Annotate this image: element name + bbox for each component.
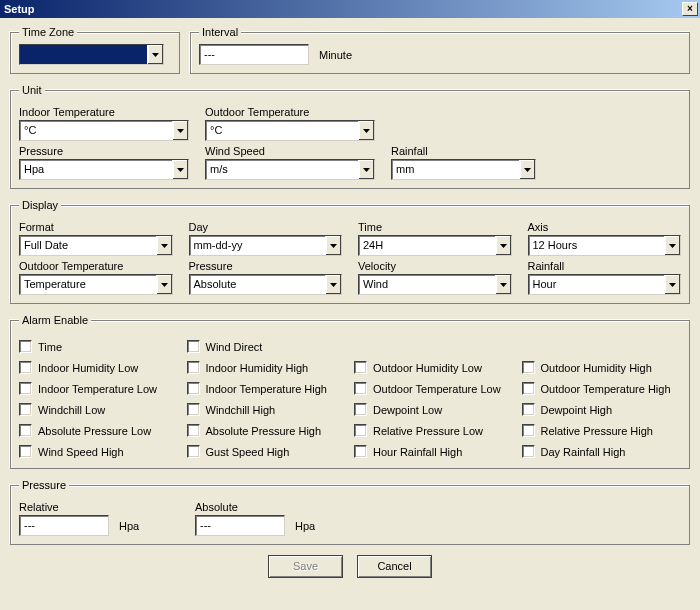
window-title: Setup xyxy=(4,3,682,15)
chevron-down-icon xyxy=(172,121,188,140)
alarm-checkbox[interactable]: Indoor Humidity Low xyxy=(19,361,179,374)
alarm-checkbox[interactable]: Time xyxy=(19,340,179,353)
pressure-legend: Pressure xyxy=(19,479,69,491)
checkbox-icon xyxy=(354,424,367,437)
checkbox-icon xyxy=(19,403,32,416)
checkbox-icon xyxy=(522,361,535,374)
pressure-absolute-input[interactable]: --- xyxy=(195,515,285,536)
timezone-group: Time Zone xyxy=(10,26,180,74)
display-pressure-select[interactable]: Absolute xyxy=(189,274,343,295)
alarm-checkbox[interactable]: Windchill Low xyxy=(19,403,179,416)
display-pressure-label: Pressure xyxy=(189,260,343,272)
alarm-label: Dewpoint High xyxy=(541,404,613,416)
alarm-group: Alarm Enable TimeWind DirectIndoor Humid… xyxy=(10,314,690,469)
alarm-label: Windchill High xyxy=(206,404,276,416)
unit-group: Unit Indoor Temperature °C Outdoor Tempe… xyxy=(10,84,690,189)
display-rainfall-select[interactable]: Hour xyxy=(528,274,682,295)
chevron-down-icon xyxy=(664,275,680,294)
display-axis-label: Axis xyxy=(528,221,682,233)
chevron-down-icon xyxy=(495,236,511,255)
checkbox-icon xyxy=(354,403,367,416)
timezone-legend: Time Zone xyxy=(19,26,77,38)
alarm-label: Dewpoint Low xyxy=(373,404,442,416)
alarm-checkbox[interactable]: Outdoor Humidity High xyxy=(522,361,682,374)
alarm-checkbox[interactable]: Dewpoint Low xyxy=(354,403,514,416)
display-time-label: Time xyxy=(358,221,512,233)
alarm-checkbox[interactable]: Relative Pressure High xyxy=(522,424,682,437)
alarm-checkbox[interactable]: Outdoor Humidity Low xyxy=(354,361,514,374)
alarm-checkbox[interactable]: Windchill High xyxy=(187,403,347,416)
display-outdoor-temp-select[interactable]: Temperature xyxy=(19,274,173,295)
alarm-checkbox[interactable]: Outdoor Temperature Low xyxy=(354,382,514,395)
unit-pressure-label: Pressure xyxy=(19,145,189,157)
checkbox-icon xyxy=(522,382,535,395)
pressure-relative-input[interactable]: --- xyxy=(19,515,109,536)
alarm-checkbox[interactable]: Day Rainfall High xyxy=(522,445,682,458)
title-bar: Setup × xyxy=(0,0,700,18)
unit-indoor-temp-select[interactable]: °C xyxy=(19,120,189,141)
display-axis-select[interactable]: 12 Hours xyxy=(528,235,682,256)
alarm-checkbox[interactable]: Indoor Temperature Low xyxy=(19,382,179,395)
alarm-checkbox[interactable]: Indoor Humidity High xyxy=(187,361,347,374)
alarm-checkbox[interactable]: Wind Speed High xyxy=(19,445,179,458)
alarm-checkbox[interactable]: Gust Speed High xyxy=(187,445,347,458)
alarm-legend: Alarm Enable xyxy=(19,314,91,326)
alarm-label: Indoor Temperature High xyxy=(206,383,327,395)
alarm-label: Outdoor Temperature Low xyxy=(373,383,501,395)
chevron-down-icon xyxy=(358,160,374,179)
unit-outdoor-temp-select[interactable]: °C xyxy=(205,120,375,141)
interval-group: Interval --- Minute xyxy=(190,26,690,74)
close-button[interactable]: × xyxy=(682,2,698,16)
chevron-down-icon xyxy=(495,275,511,294)
checkbox-icon xyxy=(187,340,200,353)
chevron-down-icon xyxy=(156,236,172,255)
timezone-value xyxy=(20,45,147,64)
pressure-group: Pressure Relative --- Hpa Absolute --- H… xyxy=(10,479,690,545)
chevron-down-icon xyxy=(156,275,172,294)
alarm-label: Absolute Pressure High xyxy=(206,425,322,437)
unit-rainfall-select[interactable]: mm xyxy=(391,159,536,180)
alarm-checkbox[interactable]: Dewpoint High xyxy=(522,403,682,416)
timezone-select[interactable] xyxy=(19,44,164,65)
pressure-absolute-unit: Hpa xyxy=(295,520,315,532)
alarm-checkbox[interactable]: Absolute Pressure High xyxy=(187,424,347,437)
alarm-checkbox[interactable]: Absolute Pressure Low xyxy=(19,424,179,437)
alarm-label: Indoor Temperature Low xyxy=(38,383,157,395)
chevron-down-icon xyxy=(519,160,535,179)
checkbox-icon xyxy=(354,445,367,458)
display-rainfall-label: Rainfall xyxy=(528,260,682,272)
interval-legend: Interval xyxy=(199,26,241,38)
unit-indoor-temp-label: Indoor Temperature xyxy=(19,106,189,118)
alarm-checkbox[interactable]: Wind Direct xyxy=(187,340,347,353)
chevron-down-icon xyxy=(358,121,374,140)
alarm-label: Indoor Humidity High xyxy=(206,362,309,374)
pressure-absolute-label: Absolute xyxy=(195,501,355,513)
display-time-select[interactable]: 24H xyxy=(358,235,512,256)
checkbox-icon xyxy=(354,382,367,395)
display-velocity-select[interactable]: Wind xyxy=(358,274,512,295)
chevron-down-icon xyxy=(147,45,163,64)
alarm-checkbox[interactable]: Outdoor Temperature High xyxy=(522,382,682,395)
display-day-select[interactable]: mm-dd-yy xyxy=(189,235,343,256)
cancel-button[interactable]: Cancel xyxy=(357,555,432,578)
checkbox-icon xyxy=(187,403,200,416)
alarm-label: Day Rainfall High xyxy=(541,446,626,458)
alarm-checkbox[interactable]: Hour Rainfall High xyxy=(354,445,514,458)
interval-input[interactable]: --- xyxy=(199,44,309,65)
unit-pressure-select[interactable]: Hpa xyxy=(19,159,189,180)
alarm-label: Hour Rainfall High xyxy=(373,446,462,458)
alarm-checkbox[interactable]: Indoor Temperature High xyxy=(187,382,347,395)
save-button[interactable]: Save xyxy=(268,555,343,578)
checkbox-icon xyxy=(187,445,200,458)
unit-windspeed-label: Wind Speed xyxy=(205,145,375,157)
checkbox-icon xyxy=(19,445,32,458)
alarm-label: Wind Speed High xyxy=(38,446,124,458)
alarm-checkbox[interactable]: Relative Pressure Low xyxy=(354,424,514,437)
display-format-select[interactable]: Full Date xyxy=(19,235,173,256)
checkbox-icon xyxy=(19,424,32,437)
alarm-label: Outdoor Humidity Low xyxy=(373,362,482,374)
alarm-label: Relative Pressure High xyxy=(541,425,654,437)
unit-windspeed-select[interactable]: m/s xyxy=(205,159,375,180)
checkbox-icon xyxy=(522,424,535,437)
interval-unit: Minute xyxy=(319,49,352,61)
